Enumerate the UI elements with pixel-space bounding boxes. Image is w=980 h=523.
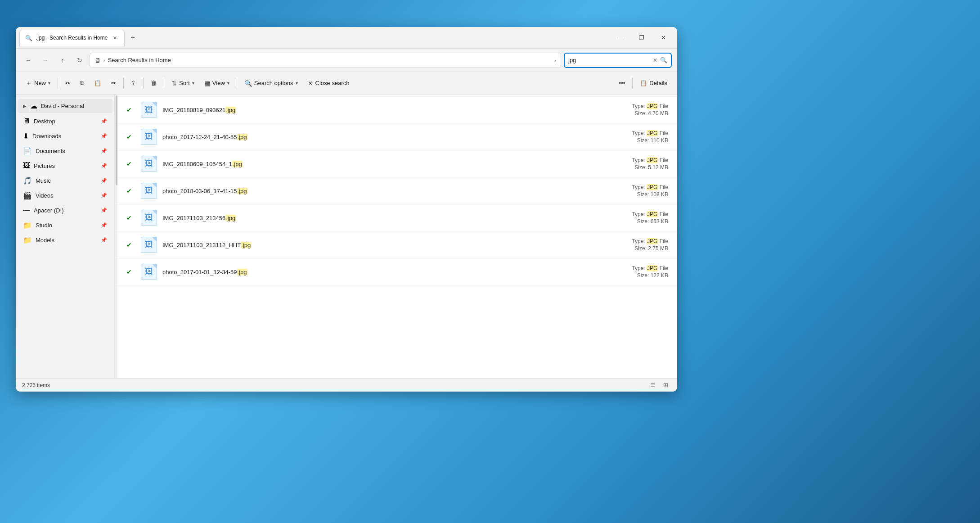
file-size: Size: 4.70 MB (634, 110, 668, 117)
toolbar: ＋ New ▾ ✂ ⧉ 📋 ✏ ⇪ 🗑 ⇅ Sort ▾ (16, 72, 677, 95)
search-go-button[interactable]: 🔍 (660, 57, 667, 63)
file-type: Type: JPG File (632, 211, 668, 217)
new-label: New (34, 80, 46, 86)
file-name-prefix: photo_2017-12-24_21-40-55 (162, 134, 237, 140)
sidebar-item-documents[interactable]: 📄 Documents 📌 (18, 144, 112, 158)
file-name-area: IMG_20180819_093621.jpg (162, 106, 591, 114)
view-button[interactable]: ▦ View ▾ (200, 75, 234, 91)
search-input[interactable] (568, 57, 650, 63)
file-name-highlight: .jpg (225, 107, 236, 113)
paste-button[interactable]: 📋 (90, 75, 106, 91)
file-type-symbol: 🖼 (145, 186, 153, 195)
separator-5 (237, 78, 237, 89)
file-name: IMG_20171103_213112_HHT.jpg (162, 242, 251, 248)
file-icon: 🖼 (141, 237, 157, 253)
sidebar-apacer-label: Apacer (D:) (34, 207, 97, 214)
search-options-icon: 🔍 (244, 80, 252, 87)
studio-folder-icon: 📁 (23, 221, 32, 230)
sidebar-item-downloads[interactable]: ⬇ Downloads 📌 (18, 129, 112, 143)
file-size: Size: 110 KB (637, 137, 668, 144)
file-name: photo_2018-03-06_17-41-15.jpg (162, 188, 247, 194)
file-size: Size: 5.12 MB (634, 164, 668, 171)
file-type-symbol: 🖼 (145, 267, 153, 276)
table-row[interactable]: ✔ 🖼 IMG_20171103_213456.jpg Type: JPG Fi… (117, 204, 677, 231)
search-options-button[interactable]: 🔍 Search options ▾ (240, 75, 302, 91)
table-row[interactable]: ✔ 🖼 photo_2017-12-24_21-40-55.jpg Type: … (117, 123, 677, 150)
sidebar-downloads-label: Downloads (32, 133, 97, 140)
search-box[interactable]: ✕ 🔍 (564, 53, 672, 68)
maximize-button[interactable]: ❐ (631, 31, 652, 45)
sidebar-item-music[interactable]: 🎵 Music 📌 (18, 173, 112, 188)
active-tab[interactable]: 🔍 .jpg - Search Results in Home ✕ (19, 30, 125, 46)
cut-button[interactable]: ✂ (61, 75, 75, 91)
file-name: IMG_20180609_105454_1.jpg (162, 161, 243, 167)
search-options-label: Search options (254, 80, 293, 86)
pin-icon-videos: 📌 (101, 193, 107, 198)
close-search-label: Close search (315, 80, 350, 86)
sidebar-item-models[interactable]: 📁 Models 📌 (18, 233, 112, 247)
paste-icon: 📋 (94, 80, 101, 86)
file-type-highlight: JPG (647, 265, 658, 271)
forward-button[interactable]: → (38, 53, 53, 68)
file-meta: Type: JPG File Size: 5.12 MB (596, 157, 668, 171)
file-type-symbol: 🖼 (145, 132, 153, 141)
sidebar-item-pictures[interactable]: 🖼 Pictures 📌 (18, 158, 112, 173)
window-controls: — ❐ ✕ (610, 31, 674, 45)
file-type: Type: JPG File (632, 157, 668, 163)
close-search-button[interactable]: ✕ Close search (303, 75, 354, 91)
address-bar[interactable]: 🖥 › Search Results in Home › (90, 53, 561, 68)
file-name-highlight: .jpg (237, 188, 247, 194)
pin-icon-downloads: 📌 (101, 133, 107, 139)
table-row[interactable]: ✔ 🖼 photo_2017-01-01_12-34-59.jpg Type: … (117, 258, 677, 285)
close-button[interactable]: ✕ (653, 31, 674, 45)
sidebar-top-item[interactable]: ▶ ☁ David - Personal (18, 99, 112, 113)
file-meta: Type: JPG File Size: 2.75 MB (596, 238, 668, 252)
more-button[interactable]: ••• (615, 75, 630, 91)
new-button[interactable]: ＋ New ▾ (21, 75, 55, 91)
separator-3 (143, 78, 144, 89)
sort-button[interactable]: ⇅ Sort ▾ (167, 75, 199, 91)
sidebar-item-desktop[interactable]: 🖥 Desktop 📌 (18, 114, 112, 128)
rename-button[interactable]: ✏ (107, 75, 121, 91)
search-clear-button[interactable]: ✕ (653, 57, 657, 63)
status-view-icons: ☰ ⊞ (647, 380, 671, 390)
location-icon: 🖥 (94, 57, 101, 64)
back-button[interactable]: ← (21, 53, 36, 68)
file-meta: Type: JPG File Size: 4.70 MB (596, 103, 668, 117)
top-item-label: David - Personal (41, 103, 107, 109)
cloud-icon: ☁ (30, 102, 37, 110)
file-name: photo_2017-01-01_12-34-59.jpg (162, 269, 247, 275)
file-icon: 🖼 (141, 129, 157, 145)
file-name-prefix: photo_2017-01-01_12-34-59 (162, 269, 237, 275)
delete-button[interactable]: 🗑 (146, 75, 161, 91)
tab-close-button[interactable]: ✕ (111, 34, 119, 42)
refresh-button[interactable]: ↻ (72, 53, 87, 68)
table-row[interactable]: ✔ 🖼 IMG_20180609_105454_1.jpg Type: JPG … (117, 150, 677, 177)
file-type-symbol: 🖼 (145, 105, 153, 115)
sidebar-item-apacer[interactable]: — Apacer (D:) 📌 (18, 203, 112, 217)
table-row[interactable]: ✔ 🖼 photo_2018-03-06_17-41-15.jpg Type: … (117, 177, 677, 204)
table-row[interactable]: ✔ 🖼 IMG_20180819_093621.jpg Type: JPG Fi… (117, 96, 677, 123)
sidebar-item-studio[interactable]: 📁 Studio 📌 (18, 218, 112, 232)
share-button[interactable]: ⇪ (126, 75, 140, 91)
copy-button[interactable]: ⧉ (76, 75, 89, 91)
sidebar-item-videos[interactable]: 🎬 Videos 📌 (18, 188, 112, 203)
address-text: Search Results in Home (108, 57, 552, 63)
file-size: Size: 122 KB (637, 272, 668, 279)
up-button[interactable]: ↑ (55, 53, 70, 68)
checkmark-icon: ✔ (126, 268, 135, 275)
minimize-button[interactable]: — (610, 31, 630, 45)
scrollbar-thumb (116, 95, 117, 185)
table-row[interactable]: ✔ 🖼 IMG_20171103_213112_HHT.jpg Type: JP… (117, 231, 677, 258)
checkmark-icon: ✔ (126, 187, 135, 194)
new-tab-button[interactable]: + (126, 32, 139, 44)
file-name-area: photo_2017-12-24_21-40-55.jpg (162, 133, 591, 141)
music-icon: 🎵 (23, 176, 32, 185)
drive-icon: — (23, 206, 30, 214)
pin-icon-pictures: 📌 (101, 163, 107, 169)
details-button[interactable]: 📋 Details (635, 77, 672, 89)
grid-view-button[interactable]: ⊞ (660, 380, 671, 390)
list-view-button[interactable]: ☰ (647, 380, 658, 390)
status-bar: 2,726 items ☰ ⊞ (16, 378, 677, 392)
documents-icon: 📄 (23, 147, 32, 155)
